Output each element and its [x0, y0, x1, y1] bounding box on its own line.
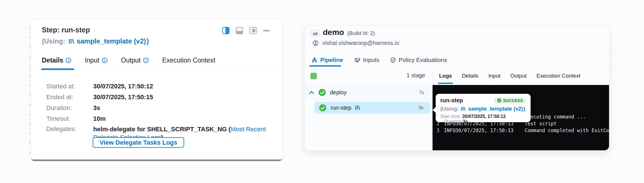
tab-input-label: Input	[85, 57, 99, 64]
triggered-by-row: vishal.vishwaroop@harness.io	[313, 40, 399, 46]
tab-output[interactable]: Output i	[121, 57, 149, 64]
version-badge: v0	[310, 30, 320, 38]
log-tab-input[interactable]: Input	[488, 73, 500, 79]
detail-row-started: Started at: 30/07/2025, 17:50:12	[46, 83, 153, 90]
template-icon	[68, 38, 74, 44]
detail-label: Ended at:	[46, 93, 93, 101]
success-badge-label: SUCCESS	[503, 98, 523, 103]
tree-divider	[314, 100, 430, 100]
using-suffix: )	[147, 37, 149, 45]
success-status-badge: SUCCESS	[494, 97, 526, 104]
tooltip-meta-line: Start time: 30/07/2025, 17:50:12 Duratio…	[440, 114, 526, 124]
detail-row-timeout: Timeout: 10m	[46, 115, 106, 122]
info-icon[interactable]: i	[66, 58, 71, 63]
detail-value: 10m	[93, 115, 106, 122]
detail-label: Delegates:	[46, 125, 93, 142]
stage-tree-header: 1 stage	[305, 67, 432, 85]
tab-policy-evaluations[interactable]: Policy Evaluations	[390, 57, 447, 63]
log-line: 3 INFO 30/07/2025, 17:50:13 Command comp…	[433, 127, 609, 134]
tab-details-label: Details	[42, 57, 63, 64]
using-suffix: )	[523, 106, 525, 112]
tree-row-deploy[interactable]: deploy 7s	[305, 86, 432, 99]
build-id: (Build Id: 2)	[347, 30, 375, 36]
start-time-value: 30/07/2025, 17:50:12	[462, 114, 506, 119]
user-icon	[313, 40, 319, 46]
minimize-button[interactable]	[263, 30, 270, 31]
step-panel-tabs: Details i Input i Output i Execution Con…	[42, 57, 215, 64]
check-circle-icon	[497, 98, 501, 103]
step-panel-title: Step: run-step	[42, 26, 90, 34]
user-email: vishal.vishwaroop@harness.io	[322, 40, 399, 46]
success-check-icon	[318, 89, 326, 96]
duration-value: 3s	[463, 119, 468, 124]
inputs-icon	[354, 57, 360, 63]
detail-value: 3s	[93, 104, 100, 112]
log-tab-execution-context[interactable]: Execution Context	[537, 73, 580, 79]
step-name: run-step	[331, 105, 351, 111]
info-icon[interactable]: i	[102, 58, 107, 63]
log-tab-logs[interactable]: Logs	[439, 73, 452, 79]
tooltip-using-line: (Using: sample_template (v2) )	[440, 106, 526, 112]
tab-execution-context-label: Execution Context	[162, 57, 215, 64]
using-prefix: (Using:	[42, 37, 65, 45]
tab-inputs-label: Inputs	[363, 57, 379, 63]
detail-row-ended: Ended at: 30/07/2025, 17:50:15	[46, 93, 153, 101]
log-timestamp: 30/07/2025, 17:50:13	[455, 127, 514, 134]
policy-shield-icon	[390, 57, 396, 63]
tab-pipeline[interactable]: Pipeline	[311, 57, 343, 63]
step-summary-tooltip: run-step SUCCESS (Using:	[436, 94, 531, 122]
log-level: INFO	[444, 127, 456, 134]
view-delegate-tasks-logs-button[interactable]: View Delegate Tasks Logs	[93, 137, 184, 148]
layout-split-right-button[interactable]	[222, 27, 229, 34]
detail-row-duration: Duration: 3s	[46, 104, 100, 112]
panel-layout-controls	[222, 27, 270, 34]
template-link-label: sample_template (v2)	[468, 106, 523, 112]
log-tabs: Logs Details Input Output Execution Cont…	[439, 67, 580, 85]
tab-policy-evaluations-label: Policy Evaluations	[399, 57, 447, 63]
start-time-label: Start time:	[440, 114, 461, 119]
stage-duration: 7s	[419, 90, 424, 95]
detail-label: Timeout:	[46, 115, 93, 122]
log-tab-output[interactable]: Output	[510, 73, 527, 79]
step-duration: 3s	[418, 105, 423, 111]
pipeline-icon	[311, 57, 317, 63]
stage-status-square	[310, 73, 317, 79]
pipeline-execution-panel: v0 demo (Build Id: 2) vishal.vishwaroop@…	[304, 26, 609, 151]
using-template-line: (Using: sample_template (v2) )	[42, 37, 149, 45]
success-check-icon	[319, 104, 327, 112]
log-tab-details[interactable]: Details	[462, 73, 478, 79]
tooltip-step-name: run-step	[440, 97, 463, 104]
duration-label: Duration:	[444, 119, 463, 124]
tab-execution-context[interactable]: Execution Context	[162, 57, 215, 64]
tabs-divider	[31, 70, 282, 70]
tab-details[interactable]: Details i	[42, 57, 71, 64]
log-line-number: 3	[437, 127, 439, 134]
header-divider	[305, 53, 609, 53]
chevron-up-icon[interactable]	[309, 91, 314, 95]
stage-count-label: 1 stage	[406, 72, 425, 79]
log-message: Executing command ...	[525, 113, 586, 120]
delegates-text: helm-delegate for SHELL_SCRIPT_TASK_NG (	[93, 126, 231, 133]
tab-inputs[interactable]: Inputs	[354, 57, 379, 63]
tab-pipeline-label: Pipeline	[320, 57, 343, 63]
info-icon[interactable]: i	[143, 58, 149, 63]
layout-overlay-button[interactable]	[250, 27, 257, 34]
active-tab-underline	[41, 68, 74, 70]
stage-tree-panel: 1 stage deploy 7s run-step	[305, 67, 433, 150]
tab-input[interactable]: Input i	[85, 57, 107, 64]
page: Step: run-step (Using: sample_template (…	[0, 0, 644, 183]
template-icon	[355, 105, 360, 111]
tree-row-run-step[interactable]: run-step 3s	[314, 102, 430, 114]
layout-bottom-button[interactable]	[236, 27, 243, 34]
detail-value: 30/07/2025, 17:50:12	[93, 83, 153, 90]
template-link[interactable]: sample_template (v2)	[68, 37, 146, 45]
execution-tabs: Pipeline Inputs Policy Evaluations	[311, 53, 447, 66]
using-prefix: (Using:	[440, 106, 459, 112]
template-link[interactable]: sample_template (v2)	[461, 106, 523, 112]
detail-label: Duration:	[46, 104, 93, 112]
stage-name: deploy	[330, 89, 347, 96]
detail-label: Started at:	[46, 83, 93, 90]
step-details-panel: Step: run-step (Using: sample_template (…	[31, 19, 282, 160]
tab-output-label: Output	[121, 57, 141, 64]
panel-drag-handle[interactable]	[29, 22, 31, 157]
